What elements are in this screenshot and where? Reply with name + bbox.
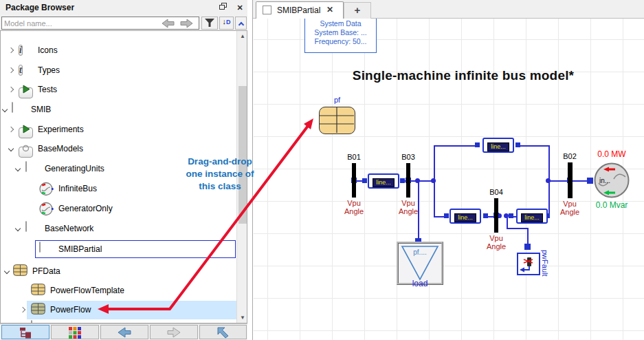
connector-terminal	[524, 244, 531, 250]
application-window: Package Browser ✕ ↓D PowerFlowPowerFlowT…	[0, 0, 644, 340]
expander-icon[interactable]	[8, 127, 14, 132]
tree-item-label: GeneratingUnits	[45, 164, 104, 173]
scroll-down-icon[interactable]: ▼	[237, 312, 247, 323]
tree-item-label: Types	[38, 65, 60, 75]
tree-item-label: Experiments	[38, 125, 84, 134]
browser-toolbar	[0, 323, 247, 340]
bus-b02-vpu-angle: VpuAngle	[560, 200, 579, 216]
connection-wire	[434, 145, 435, 181]
junction-dot	[546, 178, 551, 183]
expander-icon[interactable]	[4, 268, 10, 274]
connector-terminal	[400, 178, 405, 183]
tree-icon-table-yellow	[13, 264, 27, 279]
forward-icon[interactable]	[150, 325, 198, 339]
connector-terminal	[444, 213, 449, 218]
scrollbar-thumb[interactable]	[238, 86, 247, 224]
tree-icon-package	[25, 162, 40, 176]
expander-icon[interactable]	[15, 166, 21, 171]
bus-b02[interactable]	[568, 162, 573, 198]
expander-icon[interactable]	[8, 67, 14, 73]
connector-terminal	[362, 178, 367, 183]
back-arrow-icon[interactable]	[162, 19, 177, 28]
panel-header: Package Browser ✕	[0, 0, 247, 15]
tree-item-generatoronly[interactable]: GeneratorOnly	[1, 200, 236, 218]
panel-title: Package Browser	[5, 3, 74, 12]
pf-table-component[interactable]	[319, 107, 355, 134]
generator-label: in...	[599, 177, 610, 184]
go-to-last-icon[interactable]	[199, 325, 247, 339]
tree-view-icon[interactable]	[1, 325, 49, 339]
scroll-up-icon[interactable]: ▲	[237, 31, 247, 41]
connection-wire	[518, 145, 548, 147]
tree-item-powerflow[interactable]: PowerFlow	[1, 301, 236, 319]
connector-terminal	[515, 142, 520, 147]
connection-wire	[527, 228, 529, 245]
tree-item-tests[interactable]: Tests	[1, 81, 236, 99]
expander-icon[interactable]	[2, 107, 8, 112]
line-component-2[interactable]: line...	[482, 138, 514, 153]
frequency-text: Frequency: 50...	[305, 37, 376, 46]
connector-terminal	[483, 213, 488, 218]
tab-smibpartial[interactable]: SMIBPartial ✕	[256, 1, 344, 19]
junction-dot	[415, 178, 420, 183]
tree-icon-machine	[39, 182, 54, 196]
expander-icon[interactable]	[20, 307, 25, 312]
tree-item-smibpartial[interactable]: SMIBPartial	[1, 240, 236, 259]
tree-icon-play	[19, 123, 33, 137]
tree-item-experiments[interactable]: Experiments	[1, 120, 236, 139]
tree-item-icons[interactable]: iIcons	[1, 41, 236, 60]
pwfault-label: pwFault	[541, 250, 549, 288]
editor-tabbar: SMIBPartial ✕ +	[253, 0, 644, 19]
float-panel-icon[interactable]	[216, 2, 229, 13]
tree-item-powerflowtemplate[interactable]: PowerFlowTemplate	[1, 281, 236, 300]
collapse-all-icon[interactable]	[235, 17, 247, 30]
line-component-1[interactable]: line...	[368, 173, 399, 189]
back-icon[interactable]	[100, 325, 148, 339]
junction-dot	[431, 178, 436, 183]
new-tab-button[interactable]: +	[344, 2, 371, 19]
sort-descending-icon[interactable]: ↓D	[219, 17, 234, 30]
bus-b04[interactable]	[494, 198, 498, 233]
tree-item-smib[interactable]: SMIB	[1, 100, 236, 119]
tree-item-basenetwork[interactable]: BaseNetwork	[1, 220, 236, 238]
tree-icon-letter-t: t	[19, 63, 33, 78]
tree-item-label: InfiniteBus	[58, 184, 97, 193]
expander-icon[interactable]	[15, 226, 21, 231]
tree-item-partial[interactable]	[1, 319, 236, 323]
forward-arrow-icon[interactable]	[179, 19, 195, 28]
expander-icon[interactable]	[8, 146, 14, 151]
tree-icon-table-yellow	[31, 284, 45, 298]
expander-icon[interactable]	[8, 87, 14, 92]
tree-item-types[interactable]: tTypes	[1, 61, 236, 80]
bus-b03-vpu-angle: VpuAngle	[399, 199, 418, 215]
tree-icon-play	[19, 83, 33, 97]
tree-item-label: GeneratorOnly	[58, 204, 113, 213]
system-data-component[interactable]: System Data System Base: ... Frequency: …	[304, 19, 377, 53]
diagram-title: Single-machine infinite bus model*	[312, 68, 614, 83]
filter-funnel-icon[interactable]	[201, 17, 218, 30]
component-grid-icon[interactable]	[51, 325, 99, 339]
system-base-text: System Base: ...	[305, 28, 376, 37]
search-input[interactable]	[4, 18, 159, 28]
tree-item-label: SMIB	[31, 105, 51, 114]
tree-icon-circle	[19, 142, 33, 156]
connector-terminal	[587, 178, 593, 184]
connection-wire	[507, 228, 528, 229]
system-data-title: System Data	[305, 19, 376, 28]
expander-icon[interactable]	[8, 47, 14, 53]
line-component-4[interactable]: line...	[516, 209, 548, 224]
tree-item-label: Tests	[38, 85, 57, 94]
tree-icon-package	[19, 30, 33, 35]
close-panel-icon[interactable]: ✕	[234, 2, 246, 13]
bus-b03[interactable]	[406, 163, 410, 198]
tree-item-pfdata[interactable]: PFData	[1, 262, 236, 281]
tab-close-icon[interactable]: ✕	[326, 5, 333, 14]
bus-b01[interactable]	[352, 163, 356, 198]
line-component-3[interactable]: line...	[449, 209, 481, 224]
diagram-canvas[interactable]: System Data System Base: ... Frequency: …	[254, 19, 644, 340]
pwfault-component[interactable]	[517, 253, 540, 275]
model-search-box	[1, 17, 199, 30]
bus-b02-label: B02	[563, 152, 577, 160]
tree-item-partial[interactable]	[1, 30, 236, 37]
tree-item-label: SMIBPartial	[58, 244, 102, 254]
